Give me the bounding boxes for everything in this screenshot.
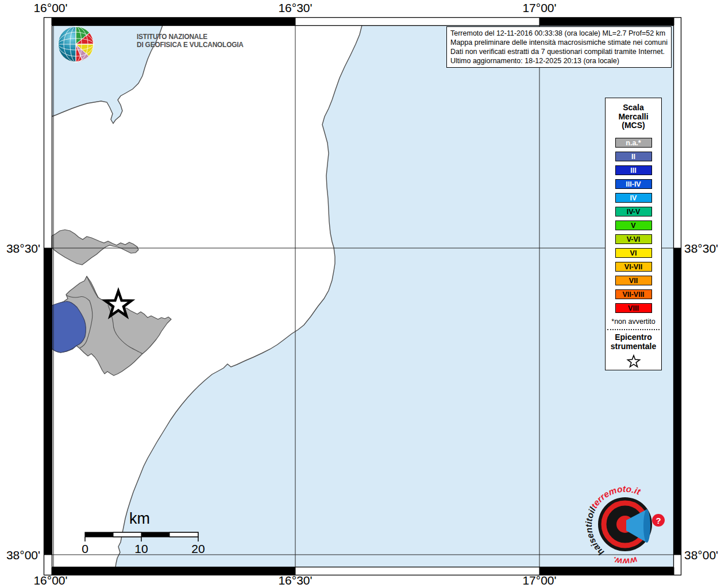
- axis-label-right-38-30: 38°30': [684, 242, 718, 256]
- legend-item-v: V: [615, 220, 652, 230]
- earthquake-info-box: Terremoto del 12-11-2016 00:33:38 (ora l…: [446, 26, 672, 68]
- legend-item-vii: VII: [615, 276, 652, 285]
- info-line-event: Terremoto del 12-11-2016 00:33:38 (ora l…: [450, 29, 668, 38]
- axis-label-bottom-17-00: 17°00': [522, 574, 556, 587]
- legend-item-iii: III: [615, 165, 652, 175]
- legend-title-line3: (MCS): [606, 121, 661, 130]
- legend-item-vi: VI: [615, 248, 652, 258]
- legend-epicenter-line2: strumentale: [606, 342, 661, 351]
- legend-item-n-a-: n.a.*: [615, 138, 652, 148]
- legend-item-ii: II: [615, 152, 652, 161]
- ingv-logo-text: ISTITUTO NAZIONALE DI GEOFISICA E VULCAN…: [137, 33, 244, 49]
- scale-tick-0: 0: [82, 542, 88, 556]
- legend-item-vi-vii: VI-VII: [615, 262, 652, 272]
- epicenter-star-icon: [626, 353, 642, 369]
- axis-label-top-17-00: 17°00': [522, 1, 556, 15]
- haisentitoilterremoto-logo: ? haisentitoilterremoto.it www.: [580, 482, 678, 580]
- ingv-logo-icon: [55, 24, 97, 65]
- question-badge-icon: ?: [652, 514, 665, 527]
- info-line-data: Dati non verificati estratti da 7 questi…: [450, 47, 668, 56]
- axis-label-bottom-16-30: 16°30': [278, 574, 312, 587]
- info-line-map: Mappa preliminare delle intensità macros…: [450, 38, 668, 47]
- watermark-www-text: www.: [611, 555, 638, 567]
- legend-item-viii: VIII: [615, 303, 652, 313]
- legend-epicenter-line1: Epicentro: [606, 332, 661, 342]
- ingv-logo-line1: ISTITUTO NAZIONALE: [137, 33, 244, 41]
- axis-label-top-16-00: 16°00': [33, 1, 67, 15]
- axis-label-top-16-30: 16°30': [278, 1, 312, 15]
- legend-title-line2: Mercalli: [606, 113, 661, 122]
- legend-item-v-vi: V-VI: [615, 234, 652, 244]
- legend-divider: [607, 329, 660, 330]
- legend-item-vii-viii: VII-VIII: [615, 289, 652, 299]
- axis-label-bottom-16-00: 16°00': [33, 574, 67, 587]
- legend-title: Scala Mercalli (MCS): [606, 98, 661, 130]
- scale-tick-20: 20: [191, 542, 205, 556]
- legend-footnote: *non avvertito: [606, 318, 661, 326]
- macroseismic-map-page: 16°00' 16°30' 17°00' 16°00' 16°30' 17°00…: [0, 0, 721, 588]
- axis-label-right-38-00: 38°00': [684, 548, 718, 562]
- scale-bar-unit: km: [129, 510, 150, 528]
- legend-item-iv: IV: [615, 193, 652, 203]
- scale-tick-10: 10: [134, 542, 148, 556]
- ingv-logo-line2: DI GEOFISICA E VULCANOLOGIA: [137, 41, 244, 49]
- legend-item-iii-iv: III-IV: [615, 179, 652, 189]
- info-line-updated: Ultimo aggiornamento: 18-12-2025 20:13 (…: [450, 56, 668, 65]
- question-badge-glyph: ?: [656, 516, 661, 525]
- legend-color-scale: n.a.*IIIIIIII-IVIVIV-VVV-VIVIVI-VIIVIIVI…: [606, 130, 661, 313]
- legend-title-line1: Scala: [606, 103, 661, 113]
- axis-label-left-38-00: 38°00': [0, 548, 40, 562]
- axis-label-left-38-30: 38°30': [0, 242, 40, 256]
- mercalli-legend: Scala Mercalli (MCS) n.a.*IIIIIIII-IVIVI…: [605, 98, 662, 370]
- legend-item-iv-v: IV-V: [615, 207, 652, 216]
